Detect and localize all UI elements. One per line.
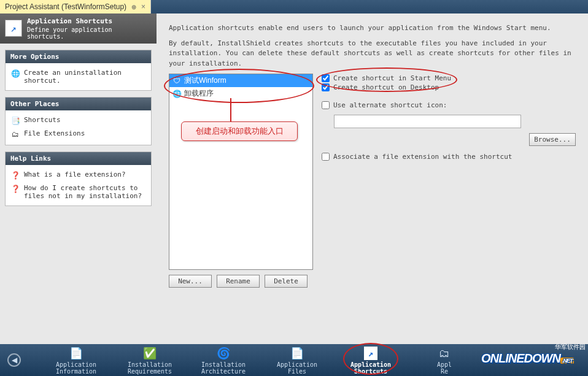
browse-button[interactable]: Browse... bbox=[529, 133, 576, 146]
help-icon: ❓ bbox=[10, 184, 20, 194]
nav-install-architecture[interactable]: 🌀 InstallationArchitecture bbox=[187, 344, 260, 376]
sidebar-item-label: File Extensions bbox=[24, 129, 85, 137]
sidebar-title: Application Shortcuts bbox=[27, 17, 152, 25]
sidebar-item-label: How do I create shortcuts to files not i… bbox=[24, 184, 146, 200]
file-ext-icon: 🗂 bbox=[10, 129, 20, 139]
panel-title-help-links: Help Links bbox=[6, 152, 151, 165]
tab-title: Project Assistant (TestWinformSetup) bbox=[5, 2, 126, 11]
checkbox-assoc-ext[interactable]: Associate a file extension with the shor… bbox=[322, 152, 578, 161]
pin-icon[interactable]: ⊕ bbox=[131, 4, 136, 10]
main-area: ↗ Application Shortcuts Define your appl… bbox=[0, 13, 588, 344]
globe-icon: 🌐 bbox=[10, 69, 20, 79]
uninstall-icon: 🌐 bbox=[172, 89, 182, 99]
sidebar-item-shortcuts[interactable]: 📑 Shortcuts bbox=[9, 114, 147, 128]
help-link-create-shortcuts[interactable]: ❓ How do I create shortcuts to files not… bbox=[9, 182, 147, 202]
arch-icon: 🌀 bbox=[216, 345, 231, 360]
intro-text-2: By default, InstallShield creates shortc… bbox=[169, 39, 578, 69]
panel-other-places: Other Places 📑 Shortcuts 🗂 File Extensio… bbox=[5, 97, 152, 145]
checkbox-input-start-menu[interactable] bbox=[322, 74, 330, 82]
shortcut-label: 卸载程序 bbox=[184, 88, 214, 99]
sidebar-desc: Define your application shortcuts. bbox=[27, 26, 152, 40]
nav-app-shortcuts[interactable]: ↗ ApplicationShortcuts bbox=[334, 344, 408, 376]
tab-bar: Project Assistant (TestWinformSetup) ⊕ × bbox=[0, 0, 588, 13]
shortcuts-icon: 📑 bbox=[10, 116, 20, 126]
shortcut-options: Create shortcut in Start Menu Create sho… bbox=[319, 74, 578, 288]
checkbox-input-assoc-ext[interactable] bbox=[322, 153, 330, 161]
nav-app-information[interactable]: 📄 ApplicationInformation bbox=[39, 344, 113, 376]
close-icon[interactable]: × bbox=[141, 2, 145, 11]
registry-icon: 🗂 bbox=[437, 345, 452, 360]
shortcut-arrow-icon: ↗ bbox=[364, 347, 377, 360]
delete-button[interactable]: Delete bbox=[265, 275, 308, 288]
help-icon: ❓ bbox=[10, 171, 20, 180]
checkbox-label: Associate a file extension with the shor… bbox=[333, 153, 512, 161]
rename-button[interactable]: Rename bbox=[217, 275, 260, 288]
shortcut-list[interactable]: 🛡 测试Winform 🌐 卸载程序 bbox=[169, 74, 313, 270]
shortcut-arrow-icon: ↗ bbox=[5, 20, 22, 37]
checkbox-desktop[interactable]: Create shortcut on Desktop bbox=[322, 83, 578, 92]
sidebar-item-label: Create an uninstallation shortcut. bbox=[24, 69, 146, 85]
checkbox-label: Create shortcut in Start Menu bbox=[333, 74, 451, 82]
doc-icon: 📄 bbox=[69, 345, 83, 360]
sidebar-item-label: Shortcuts bbox=[24, 116, 61, 124]
nav-back-button[interactable]: ◀ bbox=[7, 353, 21, 367]
checkbox-start-menu[interactable]: Create shortcut in Start Menu bbox=[322, 74, 578, 83]
sidebar-item-label: What is a file extension? bbox=[24, 171, 126, 178]
panel-title-more-options: More Options bbox=[6, 50, 151, 63]
new-button[interactable]: New... bbox=[169, 275, 212, 288]
watermark-en: ONLINEDOWN bbox=[481, 351, 560, 365]
shortcut-item-uninstall[interactable]: 🌐 卸载程序 bbox=[169, 87, 312, 100]
checkbox-label: Create shortcut on Desktop bbox=[333, 83, 439, 91]
watermark: 华军软件园 ONLINEDOWN.NET bbox=[481, 345, 586, 375]
shortcut-label: 测试Winform bbox=[184, 75, 226, 86]
sidebar-item-uninstall-shortcut[interactable]: 🌐 Create an uninstallation shortcut. bbox=[9, 67, 147, 86]
check-icon: ✅ bbox=[142, 345, 157, 360]
checkbox-alt-icon[interactable]: Use alternate shortcut icon: bbox=[322, 101, 578, 110]
nav-app-files[interactable]: 📄 ApplicationFiles bbox=[260, 344, 334, 376]
help-link-file-extension[interactable]: ❓ What is a file extension? bbox=[9, 169, 147, 182]
sidebar-header: ↗ Application Shortcuts Define your appl… bbox=[0, 13, 157, 44]
app-icon: 🛡 bbox=[172, 76, 182, 86]
shortcut-item-test-winform[interactable]: 🛡 测试Winform bbox=[169, 74, 312, 87]
watermark-cn: 华军软件园 bbox=[481, 343, 586, 351]
project-tab[interactable]: Project Assistant (TestWinformSetup) ⊕ × bbox=[0, 0, 151, 13]
content-pane: Application shortcuts enable end users t… bbox=[157, 13, 588, 344]
bottom-nav: ◀ 📄 ApplicationInformation ✅ Installatio… bbox=[0, 344, 588, 376]
nav-install-requirements[interactable]: ✅ InstallationRequirements bbox=[113, 344, 187, 376]
panel-help-links: Help Links ❓ What is a file extension? ❓… bbox=[5, 152, 152, 206]
sidebar: ↗ Application Shortcuts Define your appl… bbox=[0, 13, 157, 344]
checkbox-input-alt-icon[interactable] bbox=[322, 101, 330, 109]
annotation-line bbox=[230, 98, 231, 123]
file-icon: 📄 bbox=[290, 345, 304, 360]
checkbox-label: Use alternate shortcut icon: bbox=[333, 101, 447, 109]
nav-app-registry[interactable]: 🗂 ApplRe bbox=[408, 344, 481, 376]
watermark-suffix: .NET bbox=[560, 358, 574, 364]
annotation-callout: 创建启动和卸载功能入口 bbox=[181, 121, 298, 141]
alt-icon-path-input[interactable] bbox=[334, 115, 521, 128]
panel-more-options: More Options 🌐 Create an uninstallation … bbox=[5, 50, 152, 91]
checkbox-input-desktop[interactable] bbox=[322, 83, 330, 91]
intro-text-1: Application shortcuts enable end users t… bbox=[169, 23, 578, 34]
sidebar-item-file-extensions[interactable]: 🗂 File Extensions bbox=[9, 128, 147, 141]
panel-title-other-places: Other Places bbox=[6, 98, 151, 110]
